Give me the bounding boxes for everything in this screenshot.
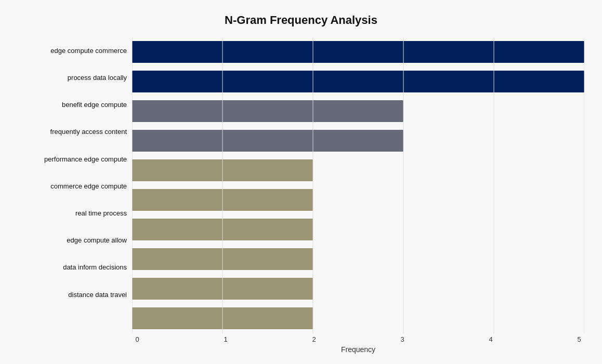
- bar-7: [132, 248, 313, 270]
- bar-row-7: [132, 245, 584, 274]
- x-axis-title: Frequency: [132, 345, 584, 354]
- x-tick-3: 3: [397, 335, 408, 343]
- bar-2: [132, 100, 403, 122]
- x-tick-5: 5: [574, 335, 584, 343]
- y-label-9: distance data travel: [18, 281, 127, 308]
- bar-row-6: [132, 215, 584, 245]
- bar-1: [132, 71, 584, 92]
- y-label-8: data inform decisions: [18, 254, 127, 281]
- y-label-2: benefit edge compute: [18, 91, 127, 118]
- bar-row-4: [132, 156, 584, 185]
- bar-0: [132, 41, 584, 63]
- bar-8: [132, 278, 313, 300]
- y-label-4: performance edge compute: [18, 145, 127, 172]
- y-label-6: real time process: [18, 200, 127, 227]
- bar-6: [132, 219, 313, 240]
- bar-3: [132, 130, 403, 152]
- bar-row-3: [132, 126, 584, 156]
- y-axis-labels: edge compute commerceprocess data locall…: [18, 37, 132, 323]
- bar-row-1: [132, 67, 584, 97]
- y-label-1: process data locally: [18, 64, 127, 91]
- bar-5: [132, 189, 313, 211]
- bar-row-8: [132, 274, 584, 304]
- bar-4: [132, 159, 313, 181]
- y-label-3: frequently access content: [18, 118, 127, 145]
- bars-section: 012345 Frequency: [132, 37, 584, 323]
- chart-container: N-Gram Frequency Analysis edge compute c…: [7, 3, 595, 361]
- bar-row-9: [132, 304, 584, 333]
- bar-9: [132, 307, 313, 329]
- chart-title: N-Gram Frequency Analysis: [18, 14, 584, 27]
- bars-wrapper: [132, 37, 584, 333]
- bar-row-5: [132, 185, 584, 215]
- bar-row-2: [132, 97, 584, 126]
- y-label-0: edge compute commerce: [18, 37, 127, 64]
- y-label-5: commerce edge compute: [18, 173, 127, 200]
- x-axis-labels: 012345: [132, 333, 584, 343]
- x-tick-4: 4: [486, 335, 496, 343]
- x-tick-2: 2: [309, 335, 319, 343]
- chart-area: edge compute commerceprocess data locall…: [18, 37, 584, 323]
- y-label-7: edge compute allow: [18, 227, 127, 254]
- x-tick-1: 1: [220, 335, 231, 343]
- x-tick-0: 0: [132, 335, 142, 343]
- bar-row-0: [132, 37, 584, 67]
